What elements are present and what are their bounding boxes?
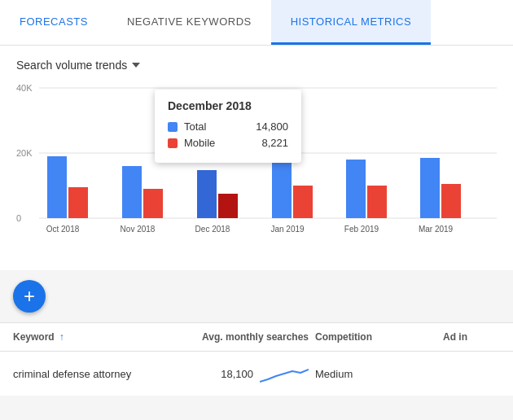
bar-mar-total [420,158,440,218]
th-avg-monthly: Avg. monthly searches [147,331,309,343]
tab-negative-keywords[interactable]: NEGATIVE KEYWORDS [107,0,271,45]
bar-nov-total [122,166,142,218]
x-label-nov: Nov 2018 [121,225,156,234]
chart-tooltip: December 2018 Total 14,800 Mobile 8,221 [155,90,301,163]
tooltip-value-total: 14,800 [256,120,288,133]
tooltip-dot-red [168,138,178,148]
td-competition: Medium [309,368,443,380]
tooltip-value-mobile: 8,221 [261,137,288,149]
bar-feb-total [346,160,366,218]
tab-forecasts[interactable]: FORECASTS [0,0,107,45]
x-label-jan: Jan 2019 [270,225,305,234]
tooltip-label-mobile: Mobile [184,137,255,149]
chart-dropdown-label[interactable]: Search volume trends [16,59,127,72]
y-label-0: 0 [16,213,21,223]
y-label-20k: 20K [16,148,33,158]
tab-historical-metrics[interactable]: HISTORICAL METRICS [271,0,431,45]
sparkline-chart [260,361,309,386]
bar-dec-mobile [218,194,238,218]
x-label-feb: Feb 2019 [344,225,379,234]
bottom-section: + Keyword ↑ Avg. monthly searches Compet… [0,270,513,396]
x-label-oct: Oct 2018 [46,225,80,234]
chevron-down-icon[interactable] [132,63,140,68]
bar-dec-total [197,170,217,218]
th-keyword-label: Keyword [13,331,55,343]
chart-header: Search volume trends [16,59,497,72]
y-label-40k: 40K [16,83,33,93]
add-button[interactable]: + [13,280,46,313]
avg-monthly-value: 18,100 [221,368,253,380]
bar-oct-mobile [68,187,88,218]
bar-nov-mobile [143,189,163,218]
tooltip-row-mobile: Mobile 8,221 [168,137,288,149]
bar-jan-total [272,153,292,218]
table-header: Keyword ↑ Avg. monthly searches Competit… [0,323,513,352]
tooltip-dot-blue [168,122,178,132]
tooltip-label-total: Total [184,120,249,133]
td-avg-monthly: 18,100 [147,361,309,386]
bar-chart: 40K 20K 0 Oct 2018 Nov 2018 Dec 2018 [16,81,497,260]
keyword-table: Keyword ↑ Avg. monthly searches Competit… [0,322,513,396]
bar-mar-mobile [441,184,461,218]
bar-jan-mobile [293,186,313,218]
x-label-mar: Mar 2019 [419,225,454,234]
td-keyword: criminal defense attorney [13,368,147,380]
th-competition: Competition [309,331,443,343]
bar-feb-mobile [367,186,387,218]
sort-arrow-icon[interactable]: ↑ [59,331,64,343]
tab-bar: FORECASTS NEGATIVE KEYWORDS HISTORICAL M… [0,0,513,46]
x-label-dec: Dec 2018 [195,225,230,234]
th-ad-in: Ad in [443,331,500,343]
chart-section: Search volume trends 40K 20K 0 Oct 2018 … [0,46,513,270]
table-row: criminal defense attorney 18,100 Medium [0,352,513,396]
tooltip-title: December 2018 [168,99,288,112]
tooltip-row-total: Total 14,800 [168,120,288,133]
th-keyword: Keyword ↑ [13,331,147,343]
bar-oct-total [47,156,67,218]
